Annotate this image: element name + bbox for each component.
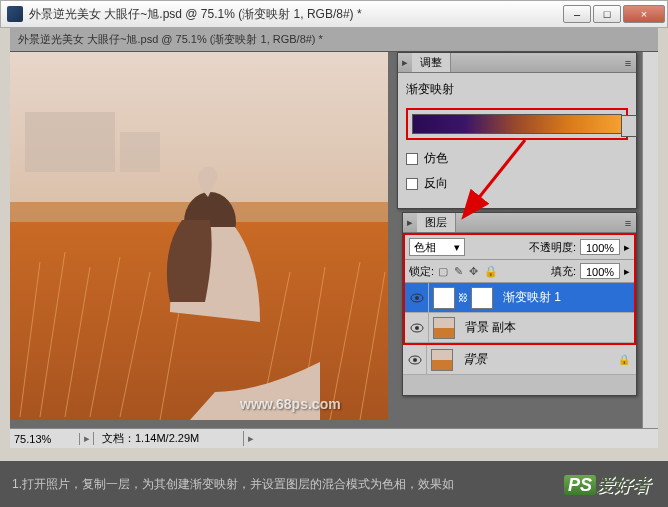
opacity-label: 不透明度: (529, 240, 576, 255)
gradient-row-highlight (406, 108, 628, 140)
mask-thumb[interactable] (471, 287, 493, 309)
svg-rect-1 (25, 112, 115, 172)
logo-ps: PS (564, 475, 596, 495)
checkbox-icon (406, 153, 418, 165)
reverse-label: 反向 (424, 175, 448, 192)
layer-row[interactable]: 背景 副本 (405, 313, 634, 343)
lock-transparency-icon[interactable]: ▢ (438, 265, 448, 278)
collapse-icon[interactable]: ▸ (398, 56, 412, 69)
svg-point-17 (415, 296, 419, 300)
adjustments-tab[interactable]: 调整 (412, 53, 451, 72)
checkbox-icon (406, 178, 418, 190)
layer-thumb[interactable] (433, 317, 455, 339)
blend-mode-value: 色相 (414, 240, 436, 255)
caption-text: 1.打开照片，复制一层，为其创建渐变映射，并设置图层的混合模式为色相，效果如 (12, 476, 454, 492)
reverse-checkbox[interactable]: 反向 (406, 175, 628, 192)
gradient-preview[interactable] (412, 114, 622, 134)
opacity-input[interactable]: 100% (580, 239, 620, 255)
dither-label: 仿色 (424, 150, 448, 167)
layer-list-extra: 背景 🔒 (403, 345, 636, 395)
lock-paint-icon[interactable]: ✎ (454, 265, 463, 278)
zoom-level[interactable]: 75.13% (10, 433, 80, 445)
fill-label: 填充: (551, 264, 576, 279)
panel-header[interactable]: ▸ 图层 ≡ (403, 213, 636, 233)
chevron-down-icon: ▾ (454, 241, 460, 254)
lock-icon: 🔒 (618, 354, 630, 365)
adjustment-title: 渐变映射 (406, 81, 628, 98)
window-title: 外景逆光美女 大眼仔~旭.psd @ 75.1% (渐变映射 1, RGB/8#… (29, 6, 563, 23)
lock-position-icon[interactable]: ✥ (469, 265, 478, 278)
visibility-toggle[interactable] (403, 345, 427, 375)
minimize-button[interactable]: – (563, 5, 591, 23)
visibility-toggle[interactable] (405, 313, 429, 343)
lock-all-icon[interactable]: 🔒 (484, 265, 498, 278)
layer-row[interactable]: ◐ ⛓ 渐变映射 1 (405, 283, 634, 313)
zoom-wedge-icon[interactable]: ▸ (80, 432, 94, 445)
layer-row[interactable]: 背景 🔒 (403, 345, 636, 375)
blend-mode-dropdown[interactable]: 色相 ▾ (409, 238, 465, 256)
layers-tab[interactable]: 图层 (417, 213, 456, 232)
image-canvas[interactable] (10, 52, 388, 420)
titlebar: 外景逆光美女 大眼仔~旭.psd @ 75.1% (渐变映射 1, RGB/8#… (0, 0, 668, 28)
vertical-scrollbar[interactable] (642, 52, 658, 428)
svg-point-19 (415, 326, 419, 330)
lock-label: 锁定: (409, 264, 434, 279)
document-tab[interactable]: 外景逆光美女 大眼仔~旭.psd @ 75.1% (渐变映射 1, RGB/8#… (10, 28, 658, 52)
logo-text: 爱好者 (596, 475, 650, 495)
panel-menu-icon[interactable]: ≡ (620, 217, 636, 229)
fill-input[interactable]: 100% (580, 263, 620, 279)
layer-name: 背景 (457, 351, 487, 368)
window-buttons: – □ × (563, 5, 667, 23)
doc-size-info: 文档：1.14M/2.29M (94, 431, 244, 446)
fill-arrow-icon[interactable]: ▸ (624, 265, 630, 278)
dither-checkbox[interactable]: 仿色 (406, 150, 628, 167)
layers-highlight: 色相 ▾ 不透明度: 100% ▸ 锁定: ▢ ✎ ✥ 🔒 填充: 100% ▸ (403, 233, 636, 345)
adjustment-thumb-icon: ◐ (433, 287, 455, 309)
collapse-icon[interactable]: ▸ (403, 216, 417, 229)
layer-thumb[interactable] (431, 349, 453, 371)
layer-name: 背景 副本 (459, 319, 516, 336)
svg-rect-2 (120, 132, 160, 172)
layers-panel: ▸ 图层 ≡ 色相 ▾ 不透明度: 100% ▸ 锁定: ▢ ✎ ✥ 🔒 填充: (402, 212, 637, 396)
maximize-button[interactable]: □ (593, 5, 621, 23)
layer-list: ◐ ⛓ 渐变映射 1 背景 副本 (405, 283, 634, 343)
opacity-arrow-icon[interactable]: ▸ (624, 241, 630, 254)
panel-header[interactable]: ▸ 调整 ≡ (398, 53, 636, 73)
ps-app-icon (7, 6, 23, 22)
visibility-toggle[interactable] (405, 283, 429, 313)
svg-point-21 (413, 358, 417, 362)
watermark-text: www.68ps.com (240, 396, 341, 412)
status-bar: 75.13% ▸ 文档：1.14M/2.29M ▸ (10, 428, 658, 448)
layer-name: 渐变映射 1 (497, 289, 561, 306)
close-button[interactable]: × (623, 5, 665, 23)
link-icon: ⛓ (458, 292, 468, 303)
panel-menu-icon[interactable]: ≡ (620, 57, 636, 69)
info-arrow-icon[interactable]: ▸ (244, 432, 258, 445)
site-logo: PS爱好者 (564, 473, 650, 497)
adjustments-panel: ▸ 调整 ≡ 渐变映射 仿色 反向 (397, 52, 637, 209)
